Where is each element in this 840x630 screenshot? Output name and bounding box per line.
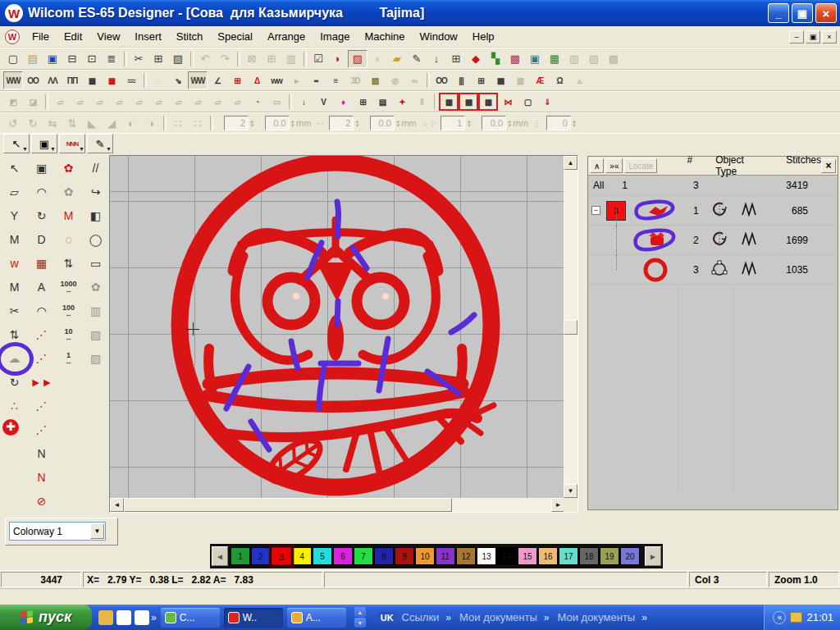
quick-launch-icon[interactable] (98, 610, 113, 625)
color-swatch[interactable]: 15 (518, 547, 537, 565)
mesh-icon[interactable]: ⊞ (471, 71, 491, 89)
flip-h-icon[interactable]: ⇆ (43, 114, 62, 132)
color-swatch[interactable]: 10 (415, 547, 435, 565)
select-object-tool[interactable]: ↖ (1, 157, 28, 180)
chevron-right-icon[interactable]: » (151, 612, 157, 623)
hatch-icon[interactable]: ▨ (365, 71, 385, 89)
color-swatch[interactable]: 14 (497, 547, 517, 565)
object-row-2[interactable]: 2 1699 (588, 226, 838, 255)
tool-dd-pen[interactable]: ✎▼ (87, 134, 113, 153)
slant-lines-tool[interactable]: // (82, 157, 109, 180)
color-swatch[interactable]: 7 (354, 547, 373, 565)
sequence-icon[interactable]: ⇓ (537, 93, 557, 111)
lines-icon[interactable]: ≡ (326, 71, 345, 89)
color-swatch[interactable]: 19 (600, 547, 619, 565)
letter-d-tool[interactable]: D (28, 228, 55, 252)
color-swatch[interactable]: 17 (559, 547, 578, 565)
chart-icon[interactable]: ▚ (486, 50, 505, 68)
zoom-1-tool[interactable]: 1 ↔ (55, 347, 82, 371)
start-button[interactable]: пуск (0, 605, 92, 630)
color-swatch[interactable]: 13 (477, 547, 496, 565)
shell-tool[interactable]: ☁ (1, 347, 28, 371)
gray-a-icon[interactable]: ◩ (3, 93, 23, 111)
fill-hatch-icon[interactable]: ▨ (348, 50, 368, 68)
spinner-value[interactable]: 0.0 (482, 116, 506, 130)
menu-item[interactable]: Image (313, 28, 357, 45)
zoom-10-tool[interactable]: 10 ↔ (55, 323, 82, 347)
color-swatch[interactable]: 18 (579, 547, 599, 565)
3d-icon[interactable]: 3D (345, 71, 365, 89)
n-stitch-tool[interactable]: N (28, 442, 55, 466)
color-swatch[interactable]: 20 (620, 547, 640, 565)
tool-dd-select[interactable]: ↖▼ (3, 134, 30, 153)
spinner-stepper[interactable]: ▴▾ (573, 119, 576, 127)
travel-icon[interactable]: ⋈ (498, 93, 518, 111)
title-bar[interactable]: W Wilcom ES-65 Designer - [Сова для Казь… (0, 0, 840, 26)
fabric-icon[interactable]: ▱ (70, 93, 89, 111)
taskbar-band[interactable]: Ссылки » (402, 611, 451, 623)
minimize-button[interactable]: _ (768, 3, 789, 23)
flower-gray-tool[interactable]: ✿ (55, 180, 82, 204)
menu-item[interactable]: Edit (57, 28, 89, 45)
mdi-close-button[interactable]: × (822, 30, 837, 43)
scroll-up-icon[interactable]: ▲ (354, 607, 366, 617)
value-spinner[interactable]: ⋯ 2 ▴▾ (316, 116, 361, 130)
sep[interactable] (121, 50, 129, 68)
lettering-tool[interactable]: A (28, 276, 55, 299)
gray-motif-icon[interactable]: ▵ (569, 71, 589, 89)
menu-item[interactable]: Window (413, 28, 465, 45)
color-swatch[interactable]: 9 (395, 547, 414, 565)
chevron-down-icon[interactable]: ▼ (90, 523, 104, 539)
align-button[interactable]: »« (605, 158, 623, 173)
fabric-icon[interactable]: ▱ (208, 93, 227, 111)
bucket-icon[interactable]: ◔ (247, 93, 267, 111)
spinner-stepper[interactable]: ▴▾ (355, 119, 358, 127)
print-icon[interactable]: ⊟ (62, 50, 82, 68)
diag-stitch2-tool[interactable]: ⋰ (28, 418, 55, 442)
fabric-icon[interactable]: ▱ (129, 93, 148, 111)
vertical-scrollbar[interactable]: ▲ ▼ (564, 156, 578, 498)
zoom-1000-tool[interactable]: 1000 ↔ (55, 276, 82, 299)
border-icon[interactable]: ▢ (518, 93, 537, 111)
menu-item[interactable]: Special (210, 28, 260, 45)
language-indicator[interactable]: UK (377, 612, 397, 623)
flower2-tool[interactable]: ✿ (82, 276, 109, 299)
satin-stitch-icon[interactable]: WW (3, 71, 23, 89)
flag-icon[interactable]: ▸ (286, 71, 306, 89)
redo-icon[interactable]: ↷ (215, 50, 235, 68)
image-icon[interactable]: ▣ (525, 50, 545, 68)
run-stitch-tool[interactable]: ⋰ (28, 323, 55, 347)
horizontal-scrollbar[interactable]: ◄ ► (110, 498, 565, 512)
tree-collapse-icon[interactable]: − (591, 206, 600, 215)
skew-r-icon[interactable]: ◑ (141, 114, 161, 132)
sep[interactable] (208, 114, 215, 132)
color-swatch[interactable]: 16 (538, 547, 558, 565)
e-stitch-icon[interactable]: ΠΠ (62, 71, 82, 89)
needle-point-icon[interactable]: ↓ (427, 50, 446, 68)
object-thumbnail[interactable] (631, 256, 677, 286)
canvas-area[interactable] (110, 156, 565, 498)
summary-row[interactable]: All 1 3 3419 (588, 176, 838, 196)
taskbar-band[interactable]: Мои документы » (557, 611, 646, 623)
zigzag-select-tool[interactable]: M (1, 228, 28, 252)
select-check-icon[interactable]: ☑ (308, 50, 328, 68)
value-spinner[interactable]: ⋮ 0 ▴▾ (533, 116, 578, 130)
grid-icon[interactable]: ⊞ (446, 50, 466, 68)
spinner-value[interactable]: 0.0 (265, 116, 290, 130)
copy-icon[interactable]: ⊞ (148, 50, 168, 68)
diag-stitch-tool[interactable]: ⋰ (28, 395, 55, 418)
hatch1-tool[interactable]: ▨ (82, 323, 109, 347)
color-swatch[interactable]: 4 (292, 547, 312, 565)
hscroll-thumb[interactable] (124, 498, 452, 512)
sep[interactable] (43, 93, 50, 111)
vscroll-thumb[interactable] (564, 320, 578, 335)
motif-run-icon[interactable]: ▦ (439, 93, 459, 111)
spinner-stepper[interactable]: ▴▾ (291, 119, 294, 127)
wave-fill-icon[interactable]: ≈≈ (121, 71, 141, 89)
chevron-left-icon[interactable]: « (773, 611, 786, 624)
spinner-stepper[interactable]: ▴▾ (467, 119, 470, 127)
small-zigzag-icon[interactable]: ww (267, 71, 286, 89)
menu-item[interactable]: View (89, 28, 127, 45)
columns-icon[interactable]: ‖ (412, 93, 431, 111)
tool-dd-reshape[interactable]: ▣▼ (31, 134, 57, 153)
